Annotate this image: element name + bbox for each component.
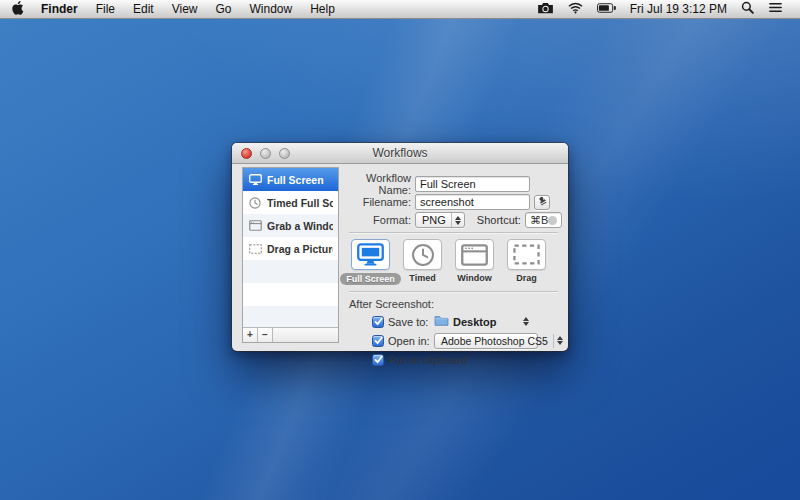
sidebar-item-drag-a-picture[interactable]: Drag a Picture — [243, 237, 338, 260]
open-in-row: Open in: Adobe Photoshop CS5 — [372, 333, 558, 348]
type-button-label: Full Screen — [340, 273, 401, 285]
separator — [349, 232, 558, 234]
type-button-label: Timed — [409, 273, 435, 283]
type-button-window[interactable]: Window — [455, 239, 494, 285]
window-icon — [455, 239, 494, 270]
workflow-name-label: Workflow Name: — [349, 172, 411, 196]
window-icon — [248, 219, 262, 233]
open-in-value: Adobe Photoshop CS5 — [441, 335, 548, 347]
clock-icon — [248, 196, 262, 210]
workflow-list: Full Screen Timed Full Screen Grab a Win… — [242, 167, 339, 343]
workflows-window: Workflows Full Screen — [232, 143, 568, 351]
open-in-label: Open in: — [388, 335, 430, 347]
zoom-button — [279, 148, 290, 159]
clipboard-checkbox[interactable] — [372, 354, 384, 366]
menu-item-edit[interactable]: Edit — [124, 0, 163, 18]
separator — [349, 291, 558, 293]
open-in-checkbox[interactable] — [372, 335, 384, 347]
sidebar-item-timed-full-screen[interactable]: Timed Full Screen — [243, 191, 338, 214]
clipboard-label: Put on clipboard — [388, 354, 468, 366]
workflow-name-input[interactable]: Full Screen — [415, 176, 530, 192]
wifi-icon — [568, 2, 583, 17]
after-screenshot-heading: After Screenshot: — [349, 298, 558, 310]
type-button-label: Drag — [516, 273, 537, 283]
display-icon — [351, 239, 390, 270]
close-button[interactable] — [241, 148, 252, 159]
battery-menu-extra[interactable] — [590, 0, 623, 18]
menu-bar: Finder File Edit View Go Window Help — [0, 0, 800, 19]
clock-icon — [403, 239, 442, 270]
type-button-full-screen[interactable]: Full Screen — [351, 239, 390, 285]
minimize-button — [260, 148, 271, 159]
sidebar-item-label: Grab a Window — [267, 220, 333, 232]
shortcut-value: ⌘B — [530, 214, 548, 227]
list-empty-row — [243, 283, 338, 306]
apple-menu[interactable] — [10, 0, 32, 18]
format-label: Format: — [349, 214, 411, 226]
filename-token-button[interactable] — [534, 195, 550, 210]
shortcut-label: Shortcut: — [477, 214, 521, 226]
save-to-checkbox[interactable] — [372, 316, 384, 328]
sidebar-item-label: Drag a Picture — [267, 243, 333, 255]
sidebar-item-full-screen[interactable]: Full Screen — [243, 168, 338, 191]
folder-icon — [434, 315, 449, 328]
format-value: PNG — [422, 214, 446, 226]
clipboard-row: Put on clipboard — [372, 352, 558, 367]
popup-arrows — [553, 334, 566, 348]
list-footer: + − — [243, 327, 338, 342]
type-button-drag[interactable]: Drag — [507, 239, 546, 285]
apple-icon — [12, 1, 24, 18]
menu-item-go[interactable]: Go — [207, 0, 241, 18]
sidebar-item-label: Full Screen — [267, 174, 324, 186]
menu-item-help[interactable]: Help — [301, 0, 344, 18]
list-icon — [768, 2, 783, 16]
camera-icon — [537, 2, 554, 17]
menu-item-file[interactable]: File — [87, 0, 124, 18]
sidebar-item-grab-a-window[interactable]: Grab a Window — [243, 214, 338, 237]
clear-shortcut-icon — [548, 216, 557, 225]
menu-clock[interactable]: Fri Jul 19 3:12 PM — [623, 2, 734, 16]
popup-arrows — [451, 213, 464, 227]
desktop-wallpaper[interactable]: Finder File Edit View Go Window Help — [0, 0, 800, 500]
list-empty-row — [243, 260, 338, 283]
search-icon — [741, 1, 754, 17]
filename-label: Filename: — [349, 196, 411, 208]
type-button-timed[interactable]: Timed — [403, 239, 442, 285]
type-button-label: Window — [457, 273, 491, 283]
window-content: Full Screen Timed Full Screen Grab a Win… — [232, 164, 568, 351]
wifi-menu-extra[interactable] — [561, 0, 590, 18]
add-workflow-button[interactable]: + — [243, 328, 258, 342]
workflow-type-selector: Full Screen Timed Window — [349, 239, 558, 285]
menu-item-finder[interactable]: Finder — [32, 0, 87, 18]
camera-menu-extra[interactable] — [530, 0, 561, 18]
title-bar[interactable]: Workflows — [232, 143, 568, 164]
sidebar-item-label: Timed Full Screen — [267, 197, 333, 209]
filename-input[interactable]: screenshot — [415, 194, 530, 210]
notification-center-menu-extra[interactable] — [761, 0, 790, 18]
open-in-popup[interactable]: Adobe Photoshop CS5 — [434, 333, 538, 349]
popup-arrows — [523, 317, 529, 326]
remove-workflow-button[interactable]: − — [258, 328, 273, 342]
spotlight-menu-extra[interactable] — [734, 0, 761, 18]
save-to-label: Save to: — [388, 316, 430, 328]
battery-icon — [597, 2, 616, 16]
shortcut-input[interactable]: ⌘B — [525, 212, 562, 228]
workflow-detail-panel: Workflow Name: Full Screen Filename: scr… — [349, 176, 558, 347]
menu-item-window[interactable]: Window — [241, 0, 302, 18]
menu-item-view[interactable]: View — [163, 0, 207, 18]
save-to-value: Desktop — [453, 316, 496, 328]
drag-selection-icon — [248, 242, 262, 256]
drag-selection-icon — [507, 239, 546, 270]
save-to-popup[interactable]: Desktop — [434, 315, 529, 328]
stamp-icon — [537, 196, 548, 209]
display-icon — [248, 173, 262, 187]
save-to-row: Save to: Desktop — [372, 314, 558, 329]
format-popup[interactable]: PNG — [415, 212, 465, 228]
list-empty-row — [243, 306, 338, 327]
